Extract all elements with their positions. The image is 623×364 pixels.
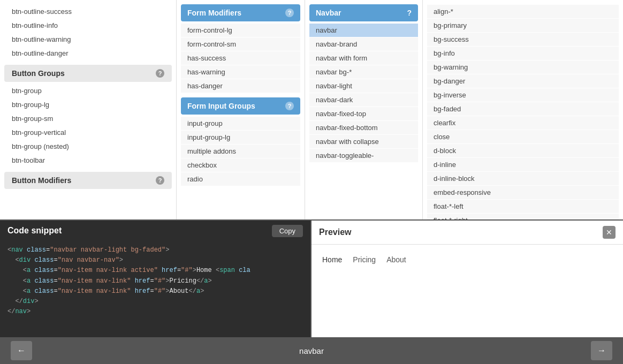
- app-container: btn-outline-success btn-outline-info btn…: [0, 0, 623, 364]
- code-line-3: <a class="nav-item nav-link active" href…: [7, 266, 303, 276]
- sidebar-item-btn-group-nested[interactable]: btn-group (nested): [4, 140, 172, 153]
- button-groups-header[interactable]: Button Groups ?: [4, 65, 172, 82]
- code-line-2: <div class="nav navbar-nav">: [7, 255, 303, 266]
- navbar-item-navbar-bg[interactable]: navbar bg-*: [309, 65, 418, 79]
- code-line-6: </div>: [7, 297, 303, 307]
- code-panel: Code snippet Copy <nav class="navbar nav…: [0, 221, 310, 337]
- panel-item-has-success[interactable]: has-success: [181, 51, 300, 65]
- helper-item-bg-primary[interactable]: bg-primary: [427, 19, 619, 32]
- navbar-header[interactable]: Navbar ?: [309, 4, 418, 21]
- helper-item-bg-success[interactable]: bg-success: [427, 33, 619, 46]
- preview-content: Home Pricing About: [312, 245, 623, 275]
- code-line-1: <nav class="navbar navbar-light bg-faded…: [7, 245, 303, 255]
- sidebar-item-btn-outline-success[interactable]: btn-outline-success: [4, 5, 172, 18]
- main-content: btn-outline-success btn-outline-info btn…: [0, 0, 623, 219]
- helper-item-float-left[interactable]: float-*-left: [427, 200, 619, 213]
- helper-item-bg-faded[interactable]: bg-faded: [427, 102, 619, 116]
- sidebar-item-btn-toolbar[interactable]: btn-toolbar: [4, 154, 172, 167]
- sidebar-item-btn-group[interactable]: btn-group: [4, 84, 172, 97]
- panel-item-input-group-lg[interactable]: input-group-lg: [181, 131, 300, 144]
- prev-icon: ←: [17, 346, 26, 355]
- middle-panel: Form Modifiers ? form-control-lg form-co…: [177, 0, 305, 219]
- navbar-item-navbar-light[interactable]: navbar-light: [309, 79, 418, 93]
- sidebar: btn-outline-success btn-outline-info btn…: [0, 0, 177, 219]
- next-icon: →: [597, 346, 606, 355]
- button-groups-label: Button Groups: [12, 69, 65, 78]
- form-input-groups-header[interactable]: Form Input Groups ?: [181, 97, 300, 115]
- sidebar-item-btn-outline-danger[interactable]: btn-outline-danger: [4, 47, 172, 60]
- helper-item-bg-info[interactable]: bg-info: [427, 47, 619, 60]
- nav-current-label: navbar: [299, 346, 324, 355]
- form-modifiers-help-icon[interactable]: ?: [285, 9, 294, 17]
- preview-nav-pricing[interactable]: Pricing: [353, 255, 376, 264]
- helper-item-bg-inverse[interactable]: bg-inverse: [427, 88, 619, 102]
- navbar-item-navbar-with-form[interactable]: navbar with form: [309, 51, 418, 65]
- sidebar-item-btn-group-lg[interactable]: btn-group-lg: [4, 98, 172, 111]
- navbar-item-navbar-with-collapse[interactable]: navbar with collapse: [309, 135, 418, 148]
- form-modifiers-label: Form Modifiers: [187, 9, 241, 17]
- button-groups-help-icon[interactable]: ?: [156, 69, 164, 78]
- navbar-item-navbar-toggleable[interactable]: navbar-toggleable-: [309, 149, 418, 162]
- preview-nav-about[interactable]: About: [386, 255, 406, 264]
- prev-button[interactable]: ←: [11, 341, 32, 360]
- code-line-5: <a class="nav-item nav-link" href="#">Ab…: [7, 286, 303, 297]
- helper-item-bg-danger[interactable]: bg-danger: [427, 74, 619, 88]
- panel-item-form-control-sm[interactable]: form-control-sm: [181, 37, 300, 51]
- panel-item-checkbox[interactable]: checkbox: [181, 158, 300, 172]
- code-snippet-header: Code snippet: [0, 221, 310, 241]
- helper-item-bg-warning[interactable]: bg-warning: [427, 60, 619, 74]
- panel-item-has-warning[interactable]: has-warning: [181, 65, 300, 79]
- helper-item-align[interactable]: align-*: [427, 5, 619, 18]
- preview-panel: Preview ✕ Home Pricing About: [310, 221, 623, 337]
- panel-item-multiple-addons[interactable]: multiple addons: [181, 145, 300, 158]
- helper-item-embed-responsive[interactable]: embed-responsive: [427, 186, 619, 199]
- navbar-label: Navbar: [316, 9, 341, 17]
- helper-item-float-right[interactable]: float-*-right: [427, 214, 619, 219]
- form-input-groups-help-icon[interactable]: ?: [285, 102, 294, 110]
- form-modifiers-header[interactable]: Form Modifiers ?: [181, 4, 300, 21]
- preview-navbar: Home Pricing About: [322, 255, 612, 264]
- helper-item-d-block[interactable]: d-block: [427, 144, 619, 157]
- nav-bar: ← navbar →: [0, 337, 623, 364]
- sidebar-item-btn-group-vertical[interactable]: btn-group-vertical: [4, 126, 172, 139]
- navbar-panel: Navbar ? navbar navbar-brand navbar with…: [305, 0, 423, 219]
- code-content: <nav class="navbar navbar-light bg-faded…: [0, 241, 310, 335]
- panel-item-form-control-lg[interactable]: form-control-lg: [181, 24, 300, 37]
- preview-nav-home[interactable]: Home: [322, 255, 342, 264]
- helper-item-clearfix[interactable]: clearfix: [427, 116, 619, 130]
- close-button[interactable]: ✕: [603, 226, 616, 239]
- button-modifiers-label: Button Modifiers: [12, 176, 71, 185]
- navbar-item-navbar-fixed-bottom[interactable]: navbar-fixed-bottom: [309, 121, 418, 134]
- navbar-help-icon[interactable]: ?: [407, 9, 412, 17]
- button-modifiers-help-icon[interactable]: ?: [156, 176, 164, 185]
- copy-button[interactable]: Copy: [272, 225, 303, 237]
- panel-item-input-group[interactable]: input-group: [181, 117, 300, 130]
- navbar-item-navbar-fixed-top[interactable]: navbar-fixed-top: [309, 107, 418, 120]
- next-button[interactable]: →: [591, 341, 612, 360]
- sidebar-item-btn-outline-warning[interactable]: btn-outline-warning: [4, 33, 172, 46]
- sidebar-item-btn-outline-info[interactable]: btn-outline-info: [4, 19, 172, 32]
- bottom-area: Code snippet Copy <nav class="navbar nav…: [0, 219, 623, 337]
- helper-item-d-inline-block[interactable]: d-inline-block: [427, 172, 619, 185]
- preview-title: Preview: [319, 228, 351, 237]
- preview-header: Preview ✕: [312, 221, 623, 245]
- button-modifiers-header[interactable]: Button Modifiers ?: [4, 172, 172, 189]
- helpers-panel: align-* bg-primary bg-success bg-info bg…: [423, 0, 623, 219]
- code-line-4: <a class="nav-item nav-link" href="#">Pr…: [7, 276, 303, 286]
- form-input-groups-label: Form Input Groups: [187, 102, 255, 110]
- navbar-item-navbar[interactable]: navbar: [309, 24, 418, 37]
- panel-item-radio[interactable]: radio: [181, 172, 300, 186]
- helper-item-close[interactable]: close: [427, 130, 619, 143]
- sidebar-item-btn-group-sm[interactable]: btn-group-sm: [4, 112, 172, 125]
- navbar-item-navbar-dark[interactable]: navbar-dark: [309, 93, 418, 107]
- close-icon: ✕: [606, 228, 612, 237]
- navbar-item-navbar-brand[interactable]: navbar-brand: [309, 37, 418, 51]
- panel-item-has-danger[interactable]: has-danger: [181, 79, 300, 93]
- code-line-7: </nav>: [7, 307, 303, 317]
- helper-item-d-inline[interactable]: d-inline: [427, 158, 619, 171]
